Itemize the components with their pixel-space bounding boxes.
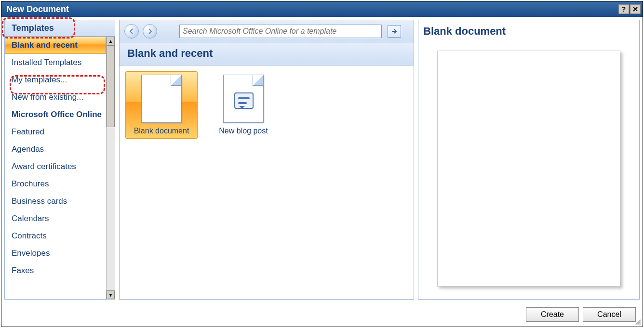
scroll-up-button[interactable]: ▲: [107, 37, 115, 45]
sidebar-item-label: Featured: [12, 127, 44, 136]
sidebar-item-agendas[interactable]: Agendas: [5, 141, 106, 158]
scroll-thumb[interactable]: [107, 45, 115, 127]
template-item-new-blog-post[interactable]: New blog post: [207, 71, 280, 139]
nav-back-button[interactable]: [124, 24, 139, 39]
arrow-right-icon: [390, 27, 398, 35]
sidebar-item-featured[interactable]: Featured: [5, 123, 106, 141]
window-title: New Document: [6, 4, 69, 14]
document-icon: [141, 75, 182, 123]
sidebar-item-label: Contracts: [12, 231, 47, 240]
dialog-footer: Create Cancel: [1, 302, 643, 327]
sidebar-item-label: Blank and recent: [12, 40, 78, 50]
cancel-button[interactable]: Cancel: [583, 307, 636, 322]
section-title: Blank and recent: [120, 42, 414, 66]
sidebar-header: Templates: [5, 20, 115, 37]
toolbar: [120, 20, 414, 42]
template-label: Blank document: [129, 127, 194, 135]
create-button[interactable]: Create: [526, 307, 579, 322]
button-label: Create: [541, 310, 564, 319]
sidebar-item-label: Microsoft Office Online: [12, 110, 102, 119]
close-icon: [633, 7, 638, 12]
sidebar-item-label: Calendars: [12, 214, 49, 223]
sidebar-item-label: Envelopes: [12, 249, 50, 258]
sidebar-item-installed-templates[interactable]: Installed Templates: [5, 54, 106, 71]
template-item-blank-document[interactable]: Blank document: [125, 71, 198, 139]
search-go-button[interactable]: [388, 25, 401, 38]
resize-grip-icon[interactable]: [634, 318, 642, 326]
center-panel: Blank and recent Blank document: [119, 20, 414, 300]
preview-panel: Blank document: [418, 20, 640, 300]
sidebar-item-my-templates[interactable]: My templates...: [5, 71, 106, 89]
sidebar-item-label: Faxes: [12, 266, 34, 275]
preview-page: [437, 51, 620, 287]
search-input[interactable]: [180, 25, 381, 38]
sidebar-item-label: New from existing...: [12, 92, 83, 102]
scroll-down-button[interactable]: ▼: [107, 290, 115, 299]
sidebar-item-new-from-existing[interactable]: New from existing...: [5, 89, 106, 106]
search-box: [179, 25, 382, 38]
sidebar-item-faxes[interactable]: Faxes: [5, 262, 106, 279]
sidebar-item-contracts[interactable]: Contracts: [5, 227, 106, 245]
sidebar-scrollbar[interactable]: ▲ ▼: [106, 37, 115, 299]
sidebar-item-business-cards[interactable]: Business cards: [5, 193, 106, 210]
sidebar-item-label: Award certificates: [12, 162, 76, 171]
new-document-dialog: New Document ? Templates Blank and recen…: [1, 1, 643, 327]
template-items: Blank document New blog post: [120, 66, 414, 299]
sidebar-item-label: Agendas: [12, 144, 44, 154]
nav-forward-button[interactable]: [143, 24, 157, 39]
blog-post-icon: [223, 75, 264, 123]
sidebar: Templates Blank and recent Installed Tem…: [4, 20, 115, 300]
window-controls: ?: [618, 4, 641, 14]
sidebar-item-label: Brochures: [12, 179, 49, 188]
help-button[interactable]: ?: [618, 4, 629, 14]
template-label: New blog post: [211, 127, 276, 135]
sidebar-item-label: Installed Templates: [12, 58, 81, 67]
button-label: Cancel: [597, 310, 621, 319]
sidebar-item-envelopes[interactable]: Envelopes: [5, 245, 106, 262]
sidebar-item-brochures[interactable]: Brochures: [5, 175, 106, 193]
arrow-left-icon: [128, 28, 135, 35]
sidebar-list: Blank and recent Installed Templates My …: [5, 37, 106, 299]
sidebar-item-award-certificates[interactable]: Award certificates: [5, 158, 106, 175]
sidebar-item-blank-and-recent[interactable]: Blank and recent: [5, 37, 106, 54]
preview-title: Blank document: [423, 25, 634, 42]
arrow-right-icon: [147, 28, 153, 35]
close-button[interactable]: [630, 4, 641, 14]
sidebar-item-label: My templates...: [12, 75, 67, 84]
titlebar: New Document ?: [1, 1, 643, 17]
sidebar-item-label: Business cards: [12, 197, 67, 206]
sidebar-section-office-online: Microsoft Office Online: [5, 106, 106, 123]
sidebar-item-calendars[interactable]: Calendars: [5, 210, 106, 227]
